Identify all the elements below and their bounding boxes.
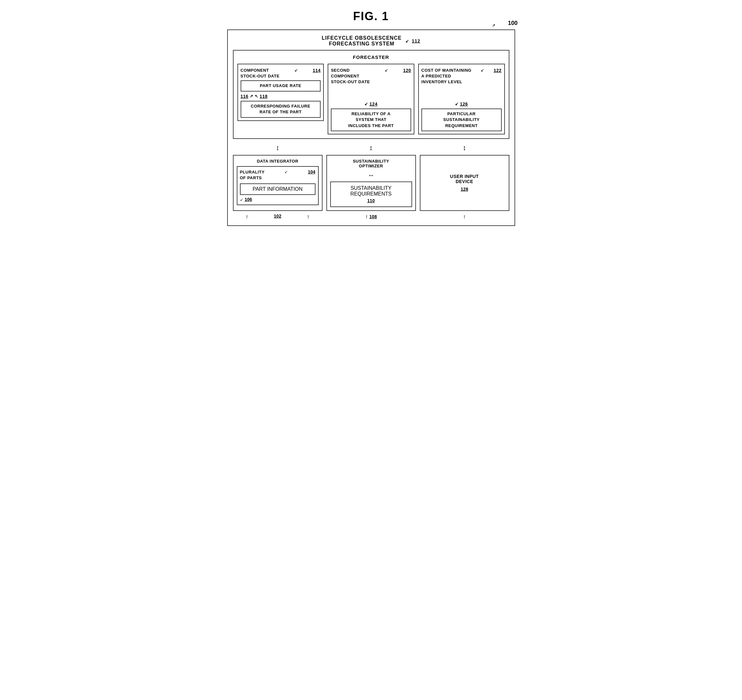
mid-arrows: ↕ ↕ ↕: [233, 143, 509, 152]
reliability-label: RELIABILITY OF A SYSTEM THAT INCLUDES TH…: [348, 111, 394, 128]
arrow-col-2: ↕: [326, 143, 416, 152]
ref-108: 108: [369, 214, 377, 219]
bottom-arrow-col-2: ↑ 108: [326, 214, 416, 220]
plurality-box: PLURALITY OF PARTS ↙ 104 PART INFORMATIO…: [237, 166, 319, 205]
data-integrator-col: DATA INTEGRATOR PLURALITY OF PARTS ↙ 104…: [233, 155, 322, 211]
ref-126-arrow: ↙: [455, 101, 459, 107]
ref-116-arrow: ↗: [250, 93, 253, 99]
ref-124: 124: [370, 101, 378, 108]
failure-rate-box: CORRESPONDING FAILURE RATE OF THE PART: [241, 101, 321, 118]
ref-102: 102: [274, 214, 281, 220]
part-usage-rate-label: PART USAGE RATE: [260, 83, 302, 88]
bottom-arrow-col-3: ↑: [420, 214, 509, 220]
cost-maintaining-label: COST OF MAINTAINING A PREDICTED INVENTOR…: [421, 68, 472, 85]
part-info-label: PART INFORMATION: [252, 186, 302, 192]
forecaster-columns: COMPONENT STOCK-OUT DATE ↙ 114 PART USAG…: [237, 64, 505, 134]
sustain-req-inner-box: SUSTAINABILITY REQUIREMENTS 110: [330, 181, 412, 207]
ref-104-arrow: ↙: [284, 169, 288, 174]
ref-102-arrow: ↑: [246, 214, 248, 220]
user-input-up-arrow: ↑: [463, 214, 466, 220]
bottom-arrows: ↑ 102 ↑ ↑ 108 ↑: [233, 214, 509, 220]
ref-116: 116: [241, 93, 249, 100]
ref-104: 104: [308, 169, 315, 174]
ref-118-arrow: ↖: [255, 93, 259, 99]
sustainability-req-label: PARTICULAR SUSTAINABILITY REQUIREMENT: [443, 111, 480, 128]
sustainability-optimizer-label: SUSTAINABILITY OPTIMIZER: [353, 159, 389, 168]
ref-128: 128: [461, 187, 468, 192]
forecaster-col-1: COMPONENT STOCK-OUT DATE ↙ 114 PART USAG…: [237, 64, 324, 134]
ref-118: 118: [259, 93, 268, 100]
ref-112-arrow: ↙: [405, 39, 409, 44]
user-input-col: USER INPUT DEVICE 128: [420, 155, 509, 211]
second-stockout-label: SECOND COMPONENT STOCK-OUT DATE: [331, 68, 370, 85]
forecaster-label: FORECASTER: [237, 55, 505, 60]
ref-100: 100: [508, 20, 517, 27]
ref-108-arrow: ↑: [365, 214, 368, 220]
sustain-left-arrow: ↔: [368, 172, 374, 179]
ref-126: 126: [460, 101, 468, 108]
sustainability-optimizer-col: SUSTAINABILITY OPTIMIZER ↔ SUSTAINABILIT…: [326, 155, 416, 211]
bottom-row: DATA INTEGRATOR PLURALITY OF PARTS ↙ 104…: [233, 155, 509, 211]
part-info-box: PART INFORMATION: [240, 183, 315, 195]
user-input-box: USER INPUT DEVICE 128: [420, 155, 509, 211]
figure-title: FIG. 1: [353, 10, 389, 23]
cost-maintaining-box: COST OF MAINTAINING A PREDICTED INVENTOR…: [418, 64, 505, 134]
ref-122-arrow: ↙: [481, 68, 484, 73]
ref-106-arrow: ↙: [240, 197, 243, 202]
forecaster-col-3: COST OF MAINTAINING A PREDICTED INVENTOR…: [418, 64, 505, 134]
plurality-label: PLURALITY OF PARTS: [240, 169, 265, 181]
component-stockout-label: COMPONENT STOCK-OUT DATE: [241, 68, 280, 79]
bottom-arrow-col-1: ↑ 102 ↑: [233, 214, 322, 220]
ref-122: 122: [494, 68, 502, 74]
ref-120-arrow: ↙: [384, 68, 389, 73]
forecaster-box: FORECASTER COMPONENT STOCK-OUT DATE ↙ 11…: [233, 50, 509, 139]
data-integrator-label: DATA INTEGRATOR: [237, 159, 319, 164]
ref-102-b-arrow: ↑: [307, 214, 310, 220]
system-label: LIFECYCLE OBSOLESCENCE FORECASTING SYSTE…: [233, 35, 509, 47]
component-stockout-box: COMPONENT STOCK-OUT DATE ↙ 114 PART USAG…: [237, 64, 324, 121]
arrow-col-1: ↕: [233, 143, 322, 152]
reliability-box: RELIABILITY OF A SYSTEM THAT INCLUDES TH…: [331, 109, 411, 131]
ref-120: 120: [403, 68, 411, 74]
part-usage-rate-box: PART USAGE RATE: [241, 80, 321, 91]
data-integrator-box: DATA INTEGRATOR PLURALITY OF PARTS ↙ 104…: [233, 155, 322, 211]
ref-112: 112: [412, 38, 420, 44]
ref-124-arrow: ↙: [364, 101, 368, 107]
system-label-text: LIFECYCLE OBSOLESCENCE FORECASTING SYSTE…: [322, 35, 402, 47]
second-stockout-box: SECOND COMPONENT STOCK-OUT DATE ↙ 120 ↙ …: [328, 64, 414, 134]
arrow-col-3: ↕: [420, 143, 509, 152]
ref-114: 114: [313, 68, 321, 74]
ref-110: 110: [337, 198, 405, 203]
sustainability-req-box: PARTICULAR SUSTAINABILITY REQUIREMENT: [421, 109, 502, 131]
failure-rate-label: CORRESPONDING FAILURE RATE OF THE PART: [251, 104, 311, 114]
ref-100-arrow: ↗: [492, 23, 495, 28]
sustain-req-inner-label: SUSTAINABILITY REQUIREMENTS: [350, 185, 392, 196]
outer-system-box: 100 ↗ LIFECYCLE OBSOLESCENCE FORECASTING…: [227, 29, 515, 226]
sustainability-optimizer-box: SUSTAINABILITY OPTIMIZER ↔ SUSTAINABILIT…: [326, 155, 416, 211]
forecaster-col-2: SECOND COMPONENT STOCK-OUT DATE ↙ 120 ↙ …: [328, 64, 414, 134]
ref-106: 106: [245, 197, 252, 202]
ref-114-arrow: ↙: [294, 68, 298, 73]
user-input-label: USER INPUT DEVICE: [450, 174, 479, 184]
